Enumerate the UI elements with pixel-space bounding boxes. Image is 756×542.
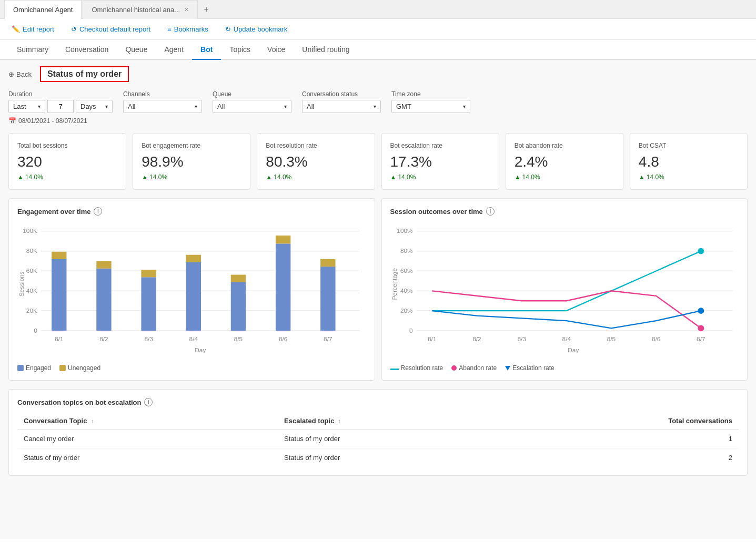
- edit-icon: ✏️: [12, 25, 20, 33]
- toolbar: ✏️ Edit report ↺ Checkout default report…: [0, 19, 756, 40]
- tab-queue[interactable]: Queue: [117, 40, 156, 60]
- col-total-conversations: Total conversations: [497, 413, 739, 429]
- tab-agent[interactable]: Agent: [156, 40, 192, 60]
- session-outcomes-chart: Session outcomes over time i 100% 80% 60…: [381, 198, 748, 381]
- engagement-legend: Engaged Unengaged: [17, 364, 366, 372]
- tab-summary[interactable]: Summary: [8, 40, 57, 60]
- svg-text:Sessions: Sessions: [18, 271, 25, 296]
- cell-topic: Cancel my order: [17, 429, 278, 448]
- svg-rect-26: [320, 259, 335, 267]
- svg-rect-19: [186, 262, 201, 331]
- svg-text:40K: 40K: [26, 287, 37, 294]
- svg-text:100K: 100K: [23, 227, 37, 234]
- filters: Duration Last ▾ Days ▾ Channels All ▾ Q: [8, 90, 748, 113]
- timezone-select[interactable]: GMT ▾: [391, 100, 470, 113]
- kpi-total-bot-sessions: Total bot sessions 320 ▲14.0%: [8, 133, 126, 190]
- svg-text:8/1: 8/1: [55, 335, 63, 343]
- svg-text:80K: 80K: [26, 247, 37, 254]
- new-tab-button[interactable]: +: [199, 2, 214, 17]
- queue-select[interactable]: All ▾: [213, 100, 291, 113]
- kpi-bot-abandon-rate: Bot abandon rate 2.4% ▲14.0%: [506, 133, 623, 190]
- date-range: 📅 08/01/2021 - 08/07/2021: [8, 117, 748, 125]
- svg-text:0: 0: [34, 327, 37, 334]
- page-content: ⊕ Back Status of my order Duration Last …: [0, 60, 756, 539]
- chevron-down-icon: ▾: [195, 104, 197, 109]
- engagement-chart-svg: 100K 80K 60K 40K 20K 0 Sessions: [17, 222, 366, 359]
- chevron-down-icon: ▾: [105, 104, 108, 109]
- svg-text:8/7: 8/7: [697, 335, 705, 343]
- svg-rect-16: [96, 261, 111, 269]
- cell-escalated: Status of my order: [278, 448, 497, 467]
- filter-timezone: Time zone GMT ▾: [391, 90, 470, 113]
- bookmarks-button[interactable]: ≡ Bookmarks: [164, 23, 211, 35]
- edit-report-button[interactable]: ✏️ Edit report: [8, 23, 57, 35]
- svg-text:Day: Day: [195, 346, 206, 354]
- table-row: Cancel my order Status of my order 1: [17, 429, 739, 448]
- back-icon: ⊕: [8, 70, 14, 78]
- kpi-bot-escalation-rate: Bot escalation rate 17.3% ▲14.0%: [381, 133, 499, 190]
- tab-unified-routing[interactable]: Unified routing: [294, 40, 358, 60]
- svg-text:8/2: 8/2: [472, 335, 481, 343]
- svg-rect-20: [186, 255, 201, 262]
- info-icon[interactable]: i: [94, 207, 102, 216]
- legend-resolution-rate: Resolution rate: [390, 364, 443, 372]
- svg-rect-25: [320, 267, 335, 331]
- sort-icon[interactable]: ↑: [338, 418, 341, 424]
- checkout-default-button[interactable]: ↺ Checkout default report: [68, 23, 154, 35]
- update-bookmark-button[interactable]: ↻ Update bookmark: [222, 23, 291, 35]
- back-button[interactable]: ⊕ Back: [8, 70, 32, 78]
- legend-abandon-rate: Abandon rate: [451, 364, 497, 372]
- svg-text:8/6: 8/6: [651, 335, 660, 343]
- close-icon[interactable]: ✕: [184, 6, 189, 13]
- svg-text:Day: Day: [568, 346, 579, 354]
- tab-voice[interactable]: Voice: [259, 40, 294, 60]
- legend-line: [390, 369, 399, 370]
- legend-dot: [451, 365, 457, 371]
- duration-value-input[interactable]: [47, 100, 74, 113]
- legend-escalation-rate: Escalation rate: [505, 364, 554, 372]
- topics-table: Conversation Topic ↑ Escalated topic ↑ T…: [17, 413, 739, 467]
- kpi-row: Total bot sessions 320 ▲14.0% Bot engage…: [8, 133, 748, 190]
- svg-text:0: 0: [409, 327, 412, 334]
- checkout-icon: ↺: [71, 25, 77, 33]
- tab-topics[interactable]: Topics: [221, 40, 259, 60]
- filter-queue: Queue All ▾: [213, 90, 291, 113]
- svg-text:8/4: 8/4: [189, 335, 198, 343]
- svg-rect-23: [276, 243, 290, 331]
- cell-escalated: Status of my order: [278, 429, 497, 448]
- svg-text:8/6: 8/6: [279, 335, 288, 343]
- tab-bot[interactable]: Bot: [192, 40, 221, 60]
- info-icon[interactable]: i: [486, 207, 495, 216]
- col-conversation-topic: Conversation Topic ↑: [17, 413, 278, 429]
- legend-triangle: [505, 366, 510, 371]
- svg-rect-13: [52, 259, 66, 331]
- duration-unit-select[interactable]: Days ▾: [76, 100, 113, 113]
- tab-omnichannel-historical[interactable]: Omnichannel historical ana... ✕: [83, 0, 198, 19]
- svg-rect-15: [96, 269, 111, 331]
- bookmark-icon: ≡: [167, 25, 172, 33]
- filter-conv-status: Conversation status All ▾: [302, 90, 381, 113]
- kpi-bot-engagement-rate: Bot engagement rate 98.9% ▲14.0%: [133, 133, 250, 190]
- svg-rect-22: [231, 275, 246, 282]
- conv-status-select[interactable]: All ▾: [302, 100, 381, 113]
- session-outcomes-legend: Resolution rate Abandon rate Escalation …: [390, 364, 739, 372]
- chevron-down-icon: ▾: [463, 104, 466, 109]
- calendar-icon: 📅: [8, 117, 16, 125]
- channels-select[interactable]: All ▾: [123, 100, 202, 113]
- page-header: ⊕ Back Status of my order: [8, 66, 748, 82]
- kpi-bot-resolution-rate: Bot resolution rate 80.3% ▲14.0%: [257, 133, 375, 190]
- svg-rect-17: [141, 277, 156, 331]
- cell-total: 1: [497, 429, 739, 448]
- svg-text:8/3: 8/3: [144, 335, 153, 343]
- nav-tabs: Summary Conversation Queue Agent Bot Top…: [0, 40, 756, 60]
- svg-text:20K: 20K: [26, 307, 37, 314]
- engagement-chart: Engagement over time i 100K 80K 60K 40K …: [8, 198, 375, 381]
- tab-omnichannel-agent[interactable]: Omnichannel Agent: [4, 0, 82, 19]
- legend-color: [17, 365, 24, 371]
- info-icon[interactable]: i: [144, 398, 153, 406]
- tab-conversation[interactable]: Conversation: [57, 40, 117, 60]
- cell-topic: Status of my order: [17, 448, 278, 467]
- duration-preset-select[interactable]: Last ▾: [8, 100, 45, 113]
- sort-icon[interactable]: ↑: [91, 418, 94, 424]
- svg-text:8/5: 8/5: [234, 335, 243, 343]
